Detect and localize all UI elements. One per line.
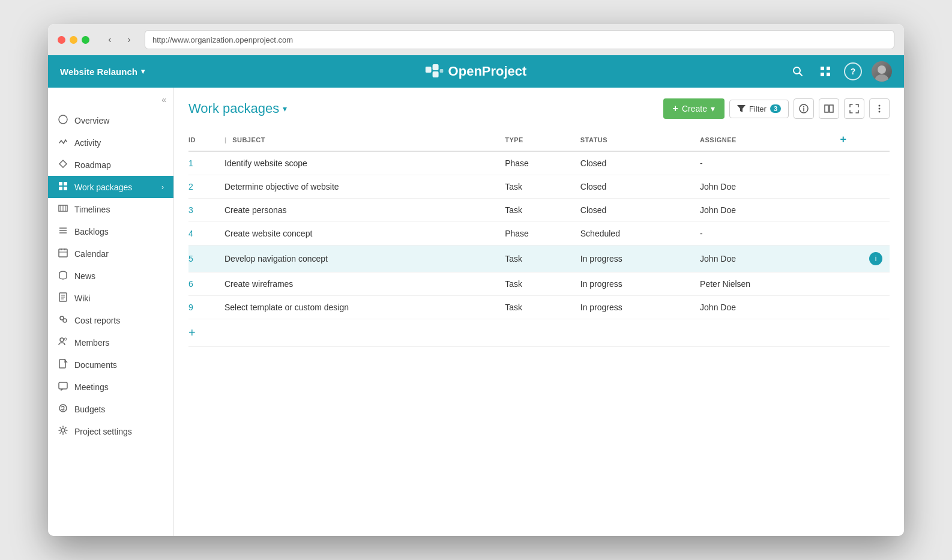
sidebar-item-label: Cost reports (74, 316, 164, 325)
content-header: Work packages ▾ + Create ▾ Filter 3 (174, 88, 904, 119)
sidebar-item-project-settings[interactable]: Project settings (48, 420, 173, 442)
table-header: ID | SUBJECT TYPE STATUS ASSIGNEE + (188, 128, 890, 151)
sidebar-item-wiki[interactable]: Wiki (48, 287, 173, 309)
sidebar-item-label: Overview (74, 116, 164, 125)
project-name[interactable]: Website Relaunch ▾ (60, 67, 145, 77)
sidebar-item-overview[interactable]: Overview (48, 109, 173, 131)
create-button-label: Create (682, 104, 707, 113)
row-id[interactable]: 9 (188, 303, 193, 312)
row-status-cell: Scheduled (580, 222, 700, 245)
sidebar-item-backlogs[interactable]: Backlogs (48, 220, 173, 242)
app-logo: OpenProject (426, 64, 527, 79)
page-title[interactable]: Work packages ▾ (188, 101, 287, 116)
backlogs-icon (58, 226, 68, 237)
svg-rect-37 (59, 360, 65, 368)
documents-icon (58, 359, 68, 370)
row-subject-cell[interactable]: Create wireframes (224, 272, 505, 296)
row-info-cell (840, 272, 890, 296)
svg-rect-9 (827, 73, 830, 76)
row-type-cell: Task (505, 199, 580, 222)
row-id[interactable]: 2 (188, 182, 193, 191)
filter-button[interactable]: Filter 3 (729, 100, 789, 118)
row-info-cell (840, 296, 890, 319)
row-id[interactable]: 6 (188, 279, 193, 289)
table-container: ID | SUBJECT TYPE STATUS ASSIGNEE + (174, 119, 904, 536)
collapse-sidebar-button[interactable]: « (161, 95, 166, 104)
col-add: + (840, 128, 890, 151)
work-packages-icon (58, 181, 68, 193)
sidebar-item-label: Calendar (74, 249, 164, 259)
project-settings-icon (58, 426, 68, 437)
members-icon (58, 337, 68, 348)
row-id[interactable]: 5 (188, 254, 193, 263)
row-subject-cell[interactable]: Select template or custom design (224, 296, 505, 319)
row-id[interactable]: 1 (188, 158, 193, 168)
sidebar-item-label: Project settings (74, 427, 164, 436)
sidebar-item-members[interactable]: Members (48, 331, 173, 354)
address-bar[interactable]: http://www.organization.openproject.com (145, 30, 894, 49)
cost-reports-icon (58, 315, 68, 326)
maximize-button[interactable] (82, 36, 89, 44)
row-type-cell: Phase (505, 151, 580, 175)
fullscreen-button[interactable] (844, 98, 864, 119)
row-info-button[interactable]: i (869, 252, 882, 265)
sidebar-item-budgets[interactable]: Budgets (48, 398, 173, 420)
add-work-package-button[interactable]: + (188, 326, 196, 340)
more-options-icon (875, 104, 884, 113)
grid-icon[interactable] (816, 62, 834, 80)
row-subject-cell[interactable]: Develop navigation concept (224, 245, 505, 272)
topnav: Website Relaunch ▾ OpenProject (48, 55, 904, 88)
sidebar-item-meetings[interactable]: Meetings (48, 376, 173, 398)
row-id[interactable]: 4 (188, 229, 193, 238)
add-row: + (188, 319, 890, 347)
add-column-button[interactable]: + (840, 133, 846, 145)
search-icon[interactable] (789, 62, 807, 80)
table-body: 1 Identify website scope Phase Closed - … (188, 151, 890, 347)
row-subject-cell[interactable]: Identify website scope (224, 151, 505, 175)
sidebar-item-cost-reports[interactable]: Cost reports (48, 309, 173, 331)
page-title-text: Work packages (188, 101, 279, 116)
col-assignee: ASSIGNEE (700, 128, 840, 151)
col-type: TYPE (505, 128, 580, 151)
sidebar-item-label: Wiki (74, 294, 164, 303)
close-button[interactable] (58, 36, 65, 44)
row-assignee-cell: John Doe (700, 199, 840, 222)
row-id-cell: 3 (188, 199, 224, 222)
row-id[interactable]: 3 (188, 205, 193, 215)
sidebar-item-documents[interactable]: Documents (48, 354, 173, 376)
row-subject-cell[interactable]: Determine objective of website (224, 175, 505, 199)
logo-icon (426, 64, 444, 79)
avatar[interactable] (872, 61, 892, 82)
sidebar-item-timelines[interactable]: Timelines (48, 198, 173, 220)
help-icon[interactable]: ? (844, 62, 862, 80)
info-icon (799, 104, 809, 113)
svg-marker-13 (59, 160, 67, 167)
row-subject-cell[interactable]: Create personas (224, 199, 505, 222)
row-assignee-cell: Peter Nielsen (700, 272, 840, 296)
svg-marker-43 (737, 105, 746, 112)
table-row: 2 Determine objective of website Task Cl… (188, 175, 890, 199)
news-icon (58, 270, 68, 282)
split-view-button[interactable] (819, 98, 839, 119)
forward-button[interactable]: › (121, 31, 137, 48)
svg-point-11 (875, 74, 888, 82)
minimize-button[interactable] (70, 36, 77, 44)
work-packages-chevron: › (161, 183, 164, 191)
create-button[interactable]: + Create ▾ (663, 98, 725, 119)
filter-icon (737, 104, 746, 113)
sidebar-item-roadmap[interactable]: Roadmap (48, 154, 173, 176)
sidebar-item-calendar[interactable]: Calendar (48, 242, 173, 265)
row-subject-cell[interactable]: Create website concept (224, 222, 505, 245)
sidebar-item-work-packages[interactable]: Work packages › (48, 176, 173, 198)
info-button[interactable] (794, 98, 814, 119)
more-options-button[interactable] (869, 98, 890, 119)
sidebar-item-activity[interactable]: Activity (48, 131, 173, 154)
back-button[interactable]: ‹ (101, 31, 118, 48)
row-info-cell (840, 175, 890, 199)
row-status-cell: Closed (580, 199, 700, 222)
work-packages-table: ID | SUBJECT TYPE STATUS ASSIGNEE + (188, 128, 890, 347)
sidebar-item-label: Activity (74, 138, 164, 148)
sidebar-item-news[interactable]: News (48, 265, 173, 287)
row-id-cell: 1 (188, 151, 224, 175)
svg-point-46 (803, 106, 804, 107)
